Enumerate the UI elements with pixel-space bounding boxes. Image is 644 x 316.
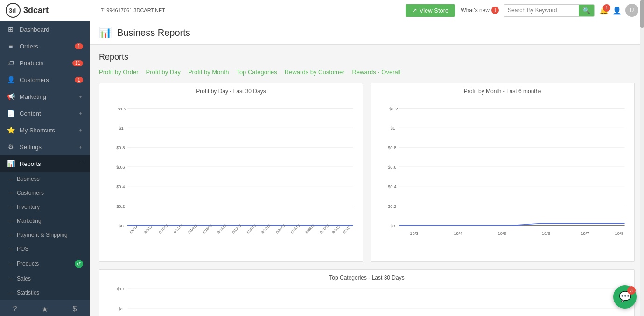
tab-profit-by-month[interactable]: Profit by Month bbox=[188, 69, 229, 76]
chart1-area: $1.2 $1 $0.8 $0.6 $0.4 $0.2 $0 bbox=[104, 98, 358, 257]
chat-button[interactable]: 💬 3 bbox=[613, 285, 637, 309]
chart3-svg: $1.2 $1 bbox=[104, 285, 630, 316]
sidebar-item-label: Reports bbox=[20, 160, 76, 167]
sub-item-label: Inventory bbox=[17, 204, 40, 210]
svg-text:$0: $0 bbox=[119, 223, 123, 228]
chart-profit-by-day: Profit by Day - Last 30 Days $1.2 $1 $0.… bbox=[99, 83, 363, 262]
main-content: 📊 Business Reports Reports Profit by Ord… bbox=[90, 21, 644, 316]
tab-rewards-overall[interactable]: Rewards - Overall bbox=[352, 69, 400, 76]
view-store-label: View Store bbox=[420, 7, 449, 14]
expand-icon: − bbox=[80, 161, 83, 166]
user-icon: 👤 bbox=[612, 7, 622, 14]
sidebar-item-reports[interactable]: 📊 Reports − bbox=[0, 155, 90, 172]
chart2-area: $1.2 $1 $0.8 $0.6 $0.4 $0.2 $0 bbox=[376, 98, 630, 257]
billing-button[interactable]: $ bbox=[60, 300, 90, 316]
sidebar-item-settings[interactable]: ⚙ Settings ＋ bbox=[0, 138, 90, 155]
search-button[interactable]: 🔍 bbox=[579, 5, 594, 16]
sidebar-item-marketing[interactable]: 📢 Marketing ＋ bbox=[0, 88, 90, 105]
tab-profit-by-order[interactable]: Profit by Order bbox=[99, 69, 139, 76]
svg-text:8/19/19: 8/19/19 bbox=[231, 223, 242, 234]
sidebar-sub-item-products[interactable]: Products ↺ bbox=[0, 256, 90, 272]
tab-top-categories[interactable]: Top Categories bbox=[236, 69, 277, 76]
svg-text:$1: $1 bbox=[119, 307, 123, 311]
sub-item-label: Products bbox=[17, 261, 39, 267]
header-icons: 🔔 1 👤 U bbox=[599, 4, 638, 17]
sidebar-sub-item-sales[interactable]: Sales bbox=[0, 272, 90, 286]
svg-text:$0.6: $0.6 bbox=[388, 165, 396, 170]
help-button[interactable]: ? bbox=[0, 300, 30, 316]
content-header: 📊 Business Reports bbox=[90, 21, 644, 45]
sub-item-label: Sales bbox=[17, 275, 31, 282]
sidebar: ⊞ Dashboard ≡ Orders 1 🏷 Products 11 👤 C… bbox=[0, 21, 90, 316]
svg-text:9/3/19: 9/3/19 bbox=[342, 225, 352, 234]
sidebar-item-label: Marketing bbox=[20, 93, 73, 100]
sidebar-sub-item-payment-shipping[interactable]: Payment & Shipping bbox=[0, 228, 90, 242]
search-input[interactable] bbox=[504, 5, 579, 16]
logo-area: 3d 3dcart bbox=[6, 3, 95, 18]
sub-item-badge: ↺ bbox=[75, 260, 83, 268]
sidebar-sub-item-customers[interactable]: Customers bbox=[0, 186, 90, 200]
svg-text:$1.2: $1.2 bbox=[117, 287, 126, 291]
svg-text:19/4: 19/4 bbox=[454, 231, 462, 236]
chart-top-categories: Top Categories - Last 30 Days $1.2 $1 bbox=[99, 269, 635, 316]
main-layout: ⊞ Dashboard ≡ Orders 1 🏷 Products 11 👤 C… bbox=[0, 21, 644, 316]
chart3-area: $1.2 $1 bbox=[104, 285, 630, 316]
whats-new-badge: 1 bbox=[491, 7, 499, 14]
shortcuts-button[interactable]: ★ bbox=[30, 300, 60, 316]
svg-text:$0.8: $0.8 bbox=[116, 145, 125, 150]
tab-profit-by-day[interactable]: Profit by Day bbox=[146, 69, 181, 76]
logo-text: 3dcart bbox=[23, 6, 49, 15]
sidebar-item-content[interactable]: 📄 Content ＋ bbox=[0, 105, 90, 122]
chart2-svg: $1.2 $1 $0.8 $0.6 $0.4 $0.2 $0 bbox=[376, 98, 630, 257]
content-body: Reports Profit by Order Profit by Day Pr… bbox=[90, 45, 644, 316]
tab-rewards-by-customer[interactable]: Rewards by Customer bbox=[285, 69, 345, 76]
svg-text:8/30/19: 8/30/19 bbox=[319, 223, 330, 234]
sidebar-item-orders[interactable]: ≡ Orders 1 bbox=[0, 38, 90, 55]
svg-text:$1.2: $1.2 bbox=[389, 106, 398, 111]
sub-item-label: Payment & Shipping bbox=[17, 232, 68, 238]
view-store-button[interactable]: ↗ View Store bbox=[406, 4, 455, 17]
svg-text:9/1/19: 9/1/19 bbox=[331, 225, 341, 234]
orders-badge: 1 bbox=[75, 43, 83, 49]
svg-text:19/5: 19/5 bbox=[498, 231, 506, 236]
sub-item-label: Marketing bbox=[17, 218, 42, 224]
svg-text:8/6/19: 8/6/19 bbox=[129, 225, 139, 234]
svg-text:8/22/19: 8/22/19 bbox=[260, 223, 272, 234]
svg-text:8/12/19: 8/12/19 bbox=[173, 223, 184, 234]
sidebar-sub-item-statistics[interactable]: Statistics bbox=[0, 286, 90, 300]
sidebar-footer: ? ★ $ bbox=[0, 300, 90, 316]
expand-icon: ＋ bbox=[78, 127, 83, 134]
sub-item-label: Statistics bbox=[17, 289, 39, 296]
sidebar-item-dashboard[interactable]: ⊞ Dashboard bbox=[0, 21, 90, 38]
sub-item-label: Customers bbox=[17, 190, 44, 196]
logo-icon: 3d bbox=[6, 3, 21, 18]
sidebar-item-customers[interactable]: 👤 Customers 1 bbox=[0, 71, 90, 88]
sidebar-sub-item-inventory[interactable]: Inventory bbox=[0, 200, 90, 214]
scrollbar[interactable] bbox=[640, 0, 644, 316]
settings-icon: ⚙ bbox=[7, 143, 15, 151]
chat-badge: 3 bbox=[627, 286, 636, 295]
svg-text:$0.2: $0.2 bbox=[116, 204, 125, 209]
avatar[interactable]: U bbox=[625, 4, 638, 17]
sidebar-item-products[interactable]: 🏷 Products 11 bbox=[0, 55, 90, 71]
products-icon: 🏷 bbox=[7, 59, 15, 67]
header: 3d 3dcart 71994617061.3DCART.NET ↗ View … bbox=[0, 0, 644, 21]
search-box: 🔍 bbox=[504, 4, 595, 17]
chart1-title: Profit by Day - Last 30 Days bbox=[104, 88, 358, 95]
sidebar-item-label: Orders bbox=[20, 43, 70, 50]
customers-badge: 1 bbox=[75, 77, 83, 83]
svg-text:8/16/19: 8/16/19 bbox=[202, 223, 213, 234]
sidebar-item-label: Customers bbox=[20, 76, 70, 83]
sidebar-sub-item-pos[interactable]: POS bbox=[0, 242, 90, 256]
chart1-svg: $1.2 $1 $0.8 $0.6 $0.4 $0.2 $0 bbox=[104, 98, 358, 257]
sidebar-item-my-shortcuts[interactable]: ⭐ My Shortcuts ＋ bbox=[0, 122, 90, 138]
sidebar-sub-item-business[interactable]: Business bbox=[0, 172, 90, 186]
whats-new[interactable]: What's new 1 bbox=[461, 7, 499, 14]
report-tabs: Profit by Order Profit by Day Profit by … bbox=[99, 69, 635, 76]
notification-bell[interactable]: 🔔 1 bbox=[599, 6, 609, 15]
user-profile[interactable]: 👤 bbox=[612, 6, 622, 15]
svg-text:$0: $0 bbox=[390, 223, 395, 228]
orders-icon: ≡ bbox=[7, 42, 15, 50]
sidebar-sub-item-marketing[interactable]: Marketing bbox=[0, 214, 90, 228]
scrollbar-thumb[interactable] bbox=[640, 0, 644, 28]
